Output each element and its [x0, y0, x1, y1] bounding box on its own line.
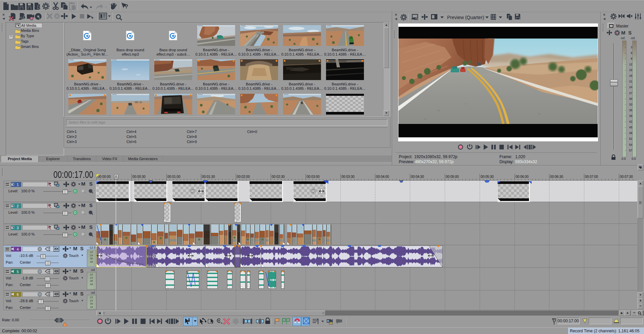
svg-text:2: 2: [17, 204, 19, 208]
svg-text:4: 4: [17, 248, 19, 251]
svg-text:6: 6: [17, 293, 19, 296]
svg-text:5: 5: [17, 270, 19, 274]
svg-text:3: 3: [17, 226, 19, 230]
svg-text:1: 1: [17, 183, 19, 187]
svg-text:Preview (Quarter): Preview (Quarter): [447, 15, 484, 20]
svg-text:S: S: [628, 30, 632, 36]
svg-text:?: ?: [125, 3, 128, 10]
svg-text:M: M: [621, 30, 626, 36]
